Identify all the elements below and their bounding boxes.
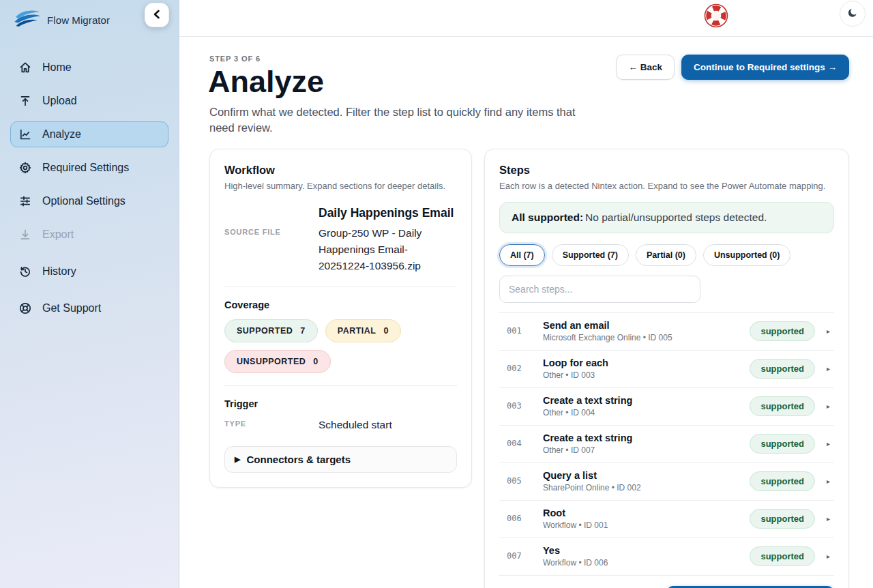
trigger-type-label: TYPE bbox=[224, 417, 319, 433]
moon-icon bbox=[847, 7, 859, 20]
sidebar-item-label: Analyze bbox=[42, 128, 81, 141]
step-text: Send an email Microsoft Exchange Online … bbox=[543, 320, 750, 342]
step-text: Create a text string Other • ID 007 bbox=[543, 432, 750, 455]
chevron-left-icon bbox=[152, 10, 162, 21]
sidebar: Flow Migrator Home Upload Analyze bbox=[0, 0, 179, 588]
connectors-targets-accordion[interactable]: ▶ Connectors & targets bbox=[224, 446, 457, 473]
continue-button[interactable]: Continue to Required settings → bbox=[681, 55, 849, 80]
sidebar-nav: Home Upload Analyze Required Settings Op… bbox=[0, 55, 179, 321]
caret-right-icon: ▸ bbox=[815, 440, 834, 447]
step-title: Root bbox=[543, 508, 750, 518]
sidebar-item-optional-settings[interactable]: Optional Settings bbox=[10, 188, 168, 214]
page-header-text: STEP 3 OF 6 Analyze Confirm what we dete… bbox=[209, 55, 602, 136]
status-badge: supported bbox=[750, 359, 815, 379]
status-badge: supported bbox=[750, 434, 815, 454]
sidebar-item-history[interactable]: History bbox=[10, 259, 168, 284]
connectors-targets-label: Connectors & targets bbox=[246, 454, 351, 465]
divider bbox=[224, 385, 457, 386]
sidebar-item-export: Export bbox=[10, 222, 168, 248]
page-header: STEP 3 OF 6 Analyze Confirm what we dete… bbox=[209, 55, 849, 136]
sidebar-collapse-button[interactable] bbox=[145, 3, 169, 27]
step-number: 002 bbox=[499, 364, 543, 373]
page-description: Confirm what we detected. Filter the ste… bbox=[209, 104, 602, 136]
coverage-pill: SUPPORTED7 bbox=[224, 319, 318, 342]
step-number: 005 bbox=[499, 476, 543, 486]
filter-chip[interactable]: Supported (7) bbox=[552, 244, 629, 266]
sidebar-item-upload[interactable]: Upload bbox=[10, 88, 168, 114]
status-badge: supported bbox=[750, 396, 815, 416]
step-row[interactable]: 005 Query a list SharePoint Online • ID … bbox=[499, 463, 834, 501]
history-icon bbox=[18, 265, 32, 278]
step-title: Create a text string bbox=[543, 395, 750, 406]
step-text: Create a text string Other • ID 004 bbox=[543, 395, 750, 417]
caret-right-icon: ▸ bbox=[815, 402, 834, 410]
step-row[interactable]: 002 Loop for each Other • ID 003 support… bbox=[499, 351, 834, 388]
banner-emphasis: All supported: bbox=[512, 211, 583, 223]
filter-chip[interactable]: Partial (0) bbox=[636, 244, 696, 266]
coverage-pill: PARTIAL0 bbox=[325, 319, 401, 342]
status-badge: supported bbox=[750, 471, 815, 491]
page-title: Analyze bbox=[208, 66, 602, 98]
step-meta: Workflow • ID 001 bbox=[543, 520, 750, 530]
chart-icon bbox=[18, 128, 32, 141]
step-meta: SharePoint Online • ID 002 bbox=[543, 483, 750, 493]
filter-chip[interactable]: All (7) bbox=[499, 244, 545, 266]
coverage-pill-label: UNSUPPORTED bbox=[237, 357, 306, 366]
dark-mode-toggle[interactable] bbox=[840, 1, 865, 27]
step-filters: All (7) Supported (7) Partial (0) Unsupp… bbox=[499, 244, 834, 266]
workflow-source-section: Daily Happenings Email SOURCE FILE Group… bbox=[224, 206, 457, 274]
workflow-name: Daily Happenings Email bbox=[319, 206, 457, 220]
lifebuoy-icon bbox=[18, 302, 32, 315]
step-text: Yes Workflow • ID 006 bbox=[543, 545, 750, 568]
sidebar-item-analyze[interactable]: Analyze bbox=[10, 121, 168, 147]
step-row[interactable]: 004 Create a text string Other • ID 007 … bbox=[499, 426, 834, 463]
trigger-type-row: TYPE Scheduled start bbox=[224, 417, 457, 433]
gear-icon bbox=[18, 161, 32, 175]
step-number: 003 bbox=[499, 401, 543, 411]
step-title: Yes bbox=[543, 545, 750, 556]
step-title: Loop for each bbox=[543, 357, 750, 368]
all-supported-banner: All supported:No partial/unsupported ste… bbox=[499, 202, 834, 233]
upload-icon bbox=[18, 94, 32, 108]
coverage-pill-count: 0 bbox=[313, 357, 318, 366]
step-text: Root Workflow • ID 001 bbox=[543, 508, 750, 530]
step-row[interactable]: 001 Send an email Microsoft Exchange Onl… bbox=[499, 313, 834, 351]
sidebar-item-required-settings[interactable]: Required Settings bbox=[10, 155, 168, 181]
step-title: Send an email bbox=[543, 320, 750, 331]
step-number: 006 bbox=[499, 514, 543, 523]
sidebar-item-home[interactable]: Home bbox=[10, 55, 168, 80]
coverage-pills: SUPPORTED7 PARTIAL0 UNSUPPORTED0 bbox=[224, 319, 457, 373]
sidebar-item-label: Export bbox=[42, 229, 74, 241]
step-number: 001 bbox=[499, 326, 543, 336]
workflow-card-title: Workflow bbox=[224, 164, 457, 177]
topbar bbox=[179, 0, 873, 37]
step-list: 001 Send an email Microsoft Exchange Onl… bbox=[499, 312, 834, 576]
banner-text: No partial/unsupported steps detected. bbox=[585, 211, 767, 223]
back-button[interactable]: ← Back bbox=[616, 55, 675, 80]
step-meta: Microsoft Exchange Online • ID 005 bbox=[543, 333, 750, 342]
coverage-pill-count: 0 bbox=[384, 326, 389, 336]
caret-right-icon: ▸ bbox=[815, 327, 834, 335]
divider bbox=[224, 286, 457, 287]
step-meta: Other • ID 004 bbox=[543, 408, 750, 417]
status-badge: supported bbox=[750, 321, 815, 341]
sidebar-item-get-support[interactable]: Get Support bbox=[10, 295, 168, 321]
coverage-pill-count: 7 bbox=[300, 326, 305, 336]
coverage-pill-label: PARTIAL bbox=[338, 326, 376, 336]
step-number: 007 bbox=[499, 551, 543, 561]
step-text: Query a list SharePoint Online • ID 002 bbox=[543, 470, 750, 493]
steps-card: Steps Each row is a detected Nintex acti… bbox=[484, 149, 849, 588]
help-lifebuoy-icon[interactable] bbox=[703, 3, 729, 29]
step-meta: Other • ID 007 bbox=[543, 445, 750, 455]
app-name: Flow Migrator bbox=[47, 14, 110, 26]
sidebar-item-label: Optional Settings bbox=[42, 195, 125, 207]
trigger-title: Trigger bbox=[224, 398, 457, 409]
step-row[interactable]: 003 Create a text string Other • ID 004 … bbox=[499, 388, 834, 426]
trigger-type-value: Scheduled start bbox=[319, 417, 457, 433]
step-row[interactable]: 006 Root Workflow • ID 001 supported ▸ bbox=[499, 501, 834, 538]
filter-chip[interactable]: Unsupported (0) bbox=[703, 244, 791, 266]
caret-right-icon: ▸ bbox=[815, 477, 834, 485]
search-input[interactable] bbox=[499, 276, 700, 303]
caret-right-icon: ▸ bbox=[815, 553, 834, 560]
step-row[interactable]: 007 Yes Workflow • ID 006 supported ▸ bbox=[499, 538, 834, 576]
